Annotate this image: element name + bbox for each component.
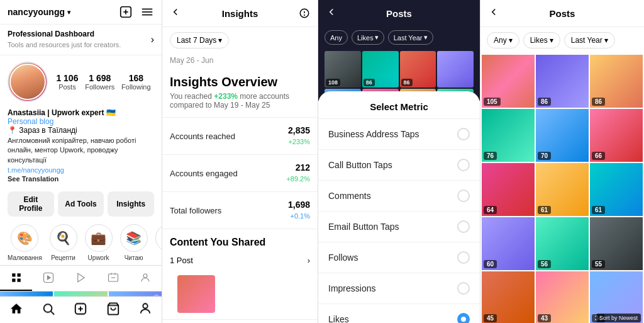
metric-radio-follows[interactable]	[457, 251, 470, 264]
bio-link[interactable]: t.me/nancyyoungg	[8, 166, 154, 174]
stories-count-item[interactable]: 164 Stories ›	[162, 319, 318, 323]
stat-number: 212	[286, 162, 310, 173]
menu-icon[interactable]	[140, 5, 154, 19]
post-thumb-14[interactable]: 43	[536, 271, 589, 323]
post-thumb-8[interactable]: 61	[536, 163, 589, 216]
see-translation-link[interactable]: See Translation	[8, 175, 154, 183]
shop-nav-icon[interactable]	[106, 302, 120, 318]
grid-view-tab[interactable]	[0, 266, 32, 291]
profile-username[interactable]: nancyyoungg ▾	[8, 7, 70, 17]
posts-year-filter[interactable]: Last Year ▾	[564, 32, 615, 48]
highlight-circle-5: ✈️	[155, 224, 162, 252]
bio-tag[interactable]: Personal blog	[8, 117, 154, 126]
metric-radio-email-button[interactable]	[457, 220, 470, 233]
post-count-10: 60	[484, 260, 497, 268]
post-thumb-10[interactable]: 60	[482, 217, 535, 270]
bio-name: Anastasiia | Upwork expert 🇺🇦	[8, 108, 154, 117]
content-post-count-item[interactable]: 1 Post ›	[162, 252, 318, 269]
tagged-tab[interactable]	[130, 266, 162, 291]
post-thumb-4[interactable]: 76	[482, 109, 535, 162]
add-post-icon[interactable]	[119, 5, 133, 19]
metric-option-likes[interactable]: Likes	[318, 304, 480, 323]
highlight-item[interactable]: 💼 Upwork	[85, 224, 113, 261]
stat-row-total-followers[interactable]: Total followers 1,698 +0.1%	[162, 191, 318, 229]
search-nav-icon[interactable]	[42, 302, 55, 318]
post-thumb-12[interactable]: 55	[590, 217, 643, 270]
posts-grid: 105 86 86 76 70 66 64 61 61 60 56 55 45 …	[480, 54, 644, 323]
highlight-circle-1: 🎨	[11, 224, 38, 252]
stat-change: +233%	[288, 138, 310, 145]
add-nav-icon[interactable]	[74, 302, 87, 318]
metric-any-filter[interactable]: Any	[325, 30, 348, 45]
select-metric-sheet: Select Metric Business Address Taps Call…	[318, 91, 480, 323]
profile-stats-row: 1 106 Posts 1 698 Followers 168 Followin…	[0, 55, 162, 108]
post-count-8: 61	[538, 206, 551, 214]
metric-radio-business-address[interactable]	[457, 128, 470, 140]
mini-photo-3[interactable]: 86	[400, 51, 436, 88]
profile-nav-icon[interactable]	[138, 302, 152, 318]
metric-likes-filter[interactable]: Likes ▾	[352, 30, 384, 45]
metric-back-icon[interactable]	[326, 6, 337, 20]
highlight-item[interactable]: 🍳 Рецепти	[50, 224, 77, 261]
stat-following[interactable]: 168 Following	[121, 73, 150, 91]
panel-profile: nancyyoungg ▾ Professional D	[0, 0, 162, 323]
metric-radio-impressions[interactable]	[457, 282, 470, 295]
edit-profile-button[interactable]: Edit Profile	[8, 191, 54, 217]
metric-option-call-button[interactable]: Call Button Taps	[318, 150, 480, 181]
highlight-circle-2: 🍳	[50, 224, 77, 252]
igtv-tab[interactable]	[97, 266, 129, 291]
metric-option-comments[interactable]: Comments	[318, 181, 480, 212]
post-thumb-13[interactable]: 45	[482, 271, 535, 323]
insights-back-icon[interactable]	[170, 6, 185, 20]
metric-year-filter[interactable]: Last Year ▾	[388, 30, 433, 45]
metric-option-email-button[interactable]: Email Button Taps	[318, 212, 480, 242]
posts-back-icon[interactable]	[488, 6, 499, 20]
post-thumb-3[interactable]: 86	[590, 55, 643, 108]
metric-year-label: Last Year	[394, 34, 423, 42]
metric-radio-likes[interactable]	[457, 313, 470, 323]
mini-photo-2[interactable]: 86	[362, 51, 399, 88]
mini-photo-4[interactable]	[437, 51, 474, 88]
avatar[interactable]	[8, 62, 48, 102]
video-tab[interactable]	[65, 266, 97, 291]
metric-radio-comments[interactable]	[457, 190, 470, 202]
post-thumb-6[interactable]: 66	[590, 109, 643, 162]
stat-row-accounts-engaged[interactable]: Accounts engaged 212 +89.2%	[162, 154, 318, 191]
highlight-item[interactable]: 📚 Читаю	[120, 224, 148, 261]
insights-button[interactable]: Insights	[108, 191, 154, 217]
insights-filter-row: Last 7 Days ▾	[162, 27, 318, 54]
metric-radio-call-button[interactable]	[457, 159, 470, 171]
posts-likes-filter[interactable]: Likes ▾	[523, 32, 560, 48]
stat-row-accounts-reached[interactable]: Accounts reached 2,835 +233%	[162, 117, 318, 154]
home-nav-icon[interactable]	[9, 302, 23, 318]
professional-dashboard[interactable]: Professional Dashboard Tools and resourc…	[0, 25, 162, 55]
insights-info-icon[interactable]	[295, 8, 310, 19]
post-thumb-15[interactable]: 34 Sort by Newest	[590, 271, 643, 323]
overview-subtitle: You reached +233% more accounts compared…	[162, 92, 318, 117]
posts-any-filter[interactable]: Any ▾	[487, 32, 519, 48]
stat-change: +89.2%	[286, 175, 310, 183]
stat-value-accounts-reached: 2,835 +233%	[288, 125, 310, 147]
post-thumb-1[interactable]: 105	[482, 55, 535, 108]
content-post-thumbnail-row	[162, 269, 318, 319]
highlight-item[interactable]: ✈️ Ко...	[155, 224, 162, 261]
highlight-item[interactable]: 🎨 Малювання	[8, 224, 42, 261]
post-thumb-2[interactable]: 86	[536, 55, 589, 108]
metric-option-impressions[interactable]: Impressions	[318, 273, 480, 304]
mini-photo-1[interactable]: 108	[325, 51, 361, 88]
stat-followers[interactable]: 1 698 Followers	[85, 73, 114, 91]
stat-posts[interactable]: 1 106 Posts	[56, 73, 78, 91]
date-filter-button[interactable]: Last 7 Days ▾	[170, 32, 229, 48]
post-thumb-9[interactable]: 61	[590, 163, 643, 216]
bottom-nav	[0, 296, 162, 323]
post-thumb-11[interactable]: 56	[536, 217, 589, 270]
metric-option-follows[interactable]: Follows	[318, 242, 480, 273]
ad-tools-button[interactable]: Ad Tools	[58, 191, 104, 217]
post-thumb-5[interactable]: 70	[536, 109, 589, 162]
post-thumb-7[interactable]: 64	[482, 163, 535, 216]
content-post-thumbnail[interactable]	[177, 275, 215, 313]
stat-change: +0.1%	[291, 212, 311, 220]
reels-tab[interactable]	[32, 266, 64, 291]
posts-filter-row: Any ▾ Likes ▾ Last Year ▾	[480, 27, 644, 54]
metric-option-business-address[interactable]: Business Address Taps	[318, 119, 480, 150]
